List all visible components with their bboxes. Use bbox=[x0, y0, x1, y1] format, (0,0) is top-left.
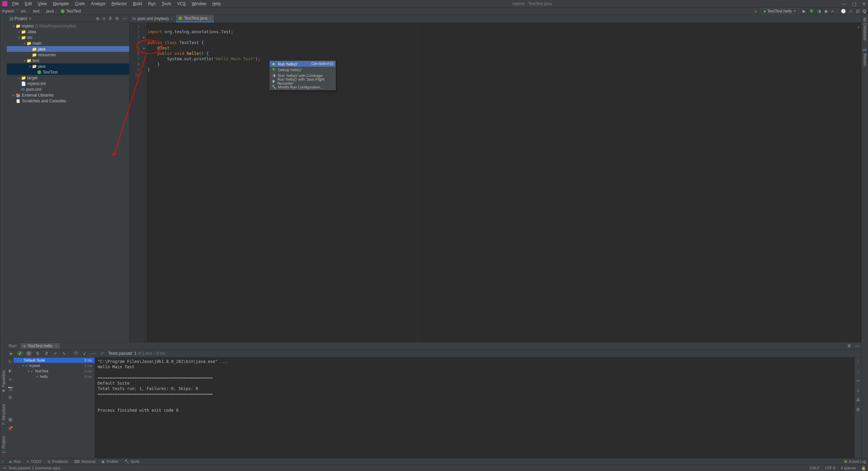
menu-build[interactable]: Build bbox=[131, 1, 144, 7]
toggle-auto-icon[interactable]: ◐ bbox=[8, 368, 12, 373]
breadcrumb-item[interactable]: src bbox=[21, 9, 26, 14]
tree-item[interactable]: ▾📁java bbox=[7, 63, 129, 69]
clock-icon[interactable]: ⏱ bbox=[73, 351, 79, 356]
settings-icon[interactable]: ▦ bbox=[8, 417, 12, 422]
sort-icon[interactable]: ⇅ bbox=[35, 351, 41, 356]
build-tool-button[interactable]: 🔨Build bbox=[124, 459, 139, 464]
tree-item[interactable]: ▸📁.idea bbox=[7, 29, 129, 35]
run-icon[interactable]: ▶ bbox=[803, 9, 806, 14]
up-icon[interactable]: ↑ bbox=[857, 360, 859, 364]
problems-tool-button[interactable]: ⊘Problems bbox=[47, 459, 68, 464]
breadcrumb-item[interactable]: mytest bbox=[2, 9, 14, 14]
close-icon[interactable]: ✕ bbox=[862, 1, 866, 6]
show-ignored-icon[interactable]: ⊘ bbox=[26, 351, 32, 356]
encoding[interactable]: UTF-8 bbox=[825, 466, 835, 470]
line-sep[interactable]: CRLF bbox=[810, 466, 820, 470]
git-branch-icon[interactable]: 🕒 bbox=[841, 9, 846, 14]
test-tree-item[interactable]: ▾✔mytest6 ms bbox=[14, 363, 95, 368]
gear-icon[interactable]: ⚙ bbox=[115, 16, 119, 21]
clear-icon[interactable]: 🗑 bbox=[856, 407, 860, 412]
export-icon[interactable]: ⋯ bbox=[91, 351, 97, 356]
inspection-ok-icon[interactable]: ✔ bbox=[857, 24, 860, 30]
locate-icon[interactable]: ⊕ bbox=[96, 16, 99, 21]
structure-tool-button[interactable]: 7: Structure bbox=[1, 402, 7, 427]
menu-tools[interactable]: Tools bbox=[160, 1, 173, 7]
todo-tool-button[interactable]: ≡TODO bbox=[27, 459, 41, 464]
stop-icon[interactable]: ■ bbox=[9, 377, 11, 382]
menu-help[interactable]: Help bbox=[210, 1, 223, 7]
hide-panel-icon[interactable]: — bbox=[122, 16, 126, 21]
menu-navigate[interactable]: Navigate bbox=[51, 1, 71, 7]
run-tab[interactable]: TestTest.hello× bbox=[21, 343, 60, 349]
menu-vcs[interactable]: VCS bbox=[175, 1, 188, 7]
test-tree-item[interactable]: ▾✔Default Suite6 ms bbox=[14, 357, 95, 363]
tree-item[interactable]: mpom.xml bbox=[7, 86, 129, 92]
gear-icon[interactable]: ⚙ bbox=[847, 344, 851, 348]
dump-icon[interactable]: 📷 bbox=[8, 386, 13, 391]
menu-edit[interactable]: Edit bbox=[23, 1, 34, 7]
editor-tab[interactable]: CTestTest.java× bbox=[176, 15, 214, 22]
close-tab-icon[interactable]: × bbox=[171, 17, 173, 21]
tree-item[interactable]: 📁resources bbox=[7, 52, 129, 58]
test-tree-item[interactable]: ▾✔TestTest6 ms bbox=[14, 368, 95, 374]
expand-all-icon[interactable]: ⤢ bbox=[52, 351, 58, 356]
menu-window[interactable]: Window bbox=[190, 1, 208, 7]
tree-item[interactable]: ▸📚External Libraries bbox=[7, 92, 129, 98]
tree-item[interactable]: ▾📁main bbox=[7, 40, 129, 46]
maximize-icon[interactable]: ▢ bbox=[852, 1, 856, 6]
tree-item[interactable]: 📄mytest.iml bbox=[7, 81, 129, 86]
show-passed-icon[interactable]: ✓ bbox=[17, 351, 23, 356]
project-view-select[interactable]: ▤ Project ▼ bbox=[9, 16, 32, 21]
stop-icon[interactable]: ■ bbox=[831, 9, 833, 14]
rerun-icon[interactable]: ▶ bbox=[8, 351, 14, 356]
print-icon[interactable]: 🖶 bbox=[856, 397, 860, 402]
layout-icon[interactable]: ⊞ bbox=[8, 395, 12, 400]
context-menu-debug[interactable]: 🪲Debug 'hello()' bbox=[270, 67, 335, 73]
menu-refactor[interactable]: Refactor bbox=[110, 1, 129, 7]
tree-item[interactable]: ▾📁src bbox=[7, 35, 129, 40]
context-menu-run[interactable]: ▶Run 'hello()'Ctrl+Shift+F10 bbox=[270, 61, 335, 67]
menu-code[interactable]: Code bbox=[73, 1, 87, 7]
tree-item[interactable]: 📋Scratches and Consoles bbox=[7, 98, 129, 104]
tool-window-menu-icon[interactable]: ▫ bbox=[2, 459, 3, 464]
console-output[interactable]: "C:\Program Files\Java\jdk1.8.0_281\bin\… bbox=[95, 357, 854, 458]
menu-view[interactable]: View bbox=[36, 1, 49, 7]
event-log-button[interactable]: ❶Event Log bbox=[844, 459, 866, 464]
search-icon[interactable]: ⊡ bbox=[856, 9, 860, 14]
breadcrumb-item[interactable]: test bbox=[33, 9, 39, 14]
expand-all-icon[interactable]: ≡ bbox=[103, 16, 105, 21]
close-tab-icon[interactable]: × bbox=[209, 17, 211, 20]
profile-icon[interactable]: ◉ bbox=[824, 9, 828, 14]
test-tree[interactable]: ▾✔Default Suite6 ms ▾✔mytest6 ms ▾✔TestT… bbox=[14, 357, 95, 458]
collapse-all-icon[interactable]: ⇵ bbox=[108, 16, 112, 21]
favorites-tool-button[interactable]: ★ Favorites bbox=[1, 368, 7, 395]
lock-icon[interactable]: 🔒 bbox=[861, 466, 866, 470]
import-icon[interactable]: ↙ bbox=[82, 351, 88, 356]
menu-analyze[interactable]: Analyze bbox=[89, 1, 107, 7]
git-commit-icon[interactable]: ✓ bbox=[849, 9, 853, 14]
indent[interactable]: 4 spaces bbox=[841, 466, 856, 470]
run-config-select[interactable]: TestTest.hello ▼ bbox=[761, 8, 800, 14]
run-tool-button[interactable]: ▶Run bbox=[9, 459, 21, 464]
build-hammer-icon[interactable]: ↘ bbox=[754, 9, 757, 14]
tree-root[interactable]: ▾📁mytestD:\IdeaProjects\mytest bbox=[7, 23, 129, 29]
editor-tab[interactable]: mpom.xml (mytest)× bbox=[130, 15, 176, 22]
run-gutter-icon[interactable]: ▶ bbox=[143, 35, 145, 40]
down-icon[interactable]: ↓ bbox=[857, 369, 859, 374]
hide-panel-icon[interactable]: — bbox=[855, 344, 859, 348]
run-gutter-icon[interactable]: ▶ bbox=[143, 45, 145, 51]
context-menu-jfr[interactable]: ◉Run 'hello()' with 'Java Flight Recorde… bbox=[270, 78, 335, 84]
tree-item[interactable]: CTestTest bbox=[7, 69, 129, 75]
profiler-tool-button[interactable]: ◉Profiler bbox=[101, 459, 118, 464]
menu-file[interactable]: File bbox=[10, 1, 21, 7]
rerun-failed-icon[interactable]: ↻ bbox=[8, 360, 12, 364]
coverage-icon[interactable]: ◑ bbox=[817, 9, 821, 14]
pin-icon[interactable]: 📌 bbox=[8, 426, 13, 431]
database-tool-button[interactable]: 🗄 Database bbox=[863, 18, 867, 41]
scroll-end-icon[interactable]: ⤓ bbox=[856, 388, 860, 393]
breadcrumb-item[interactable]: java bbox=[46, 9, 54, 14]
tree-item[interactable]: 📁java bbox=[7, 46, 129, 52]
tree-item[interactable]: ▾📁test bbox=[7, 58, 129, 63]
breadcrumb-class[interactable]: CTestTest bbox=[61, 9, 81, 14]
sort-alpha-icon[interactable]: ⇵ bbox=[43, 351, 50, 356]
